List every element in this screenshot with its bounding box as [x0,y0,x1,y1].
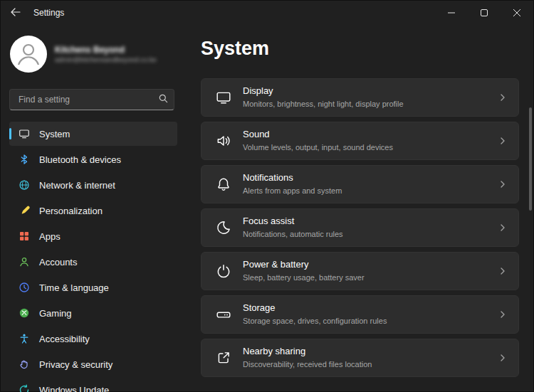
card-subtitle: Volume levels, output, input, sound devi… [243,142,393,152]
minimize-icon [448,6,455,19]
chevron-right-icon [498,180,507,189]
sidebar-item-privacy-security[interactable]: Privacy & security [9,352,177,376]
sidebar-item-label: Personalization [39,206,103,216]
sidebar-item-bluetooth-devices[interactable]: Bluetooth & devices [9,147,177,171]
card-title: Display [243,85,404,97]
chevron-right-icon [498,137,507,145]
settings-card-storage[interactable]: Storage Storage space, drives, configura… [201,295,519,334]
sidebar-item-label: Network & internet [39,180,115,191]
hand-icon [19,359,30,370]
sidebar: Kitchens Beyond admin@kitchensandbeyond.… [1,25,186,391]
settings-window: Settings Kitchens Beyond [0,0,534,392]
display-icon [216,90,231,105]
card-subtitle: Storage space, drives, configuration rul… [243,316,387,326]
card-title: Notifications [243,172,342,184]
sidebar-nav: System Bluetooth & devices Network & int… [1,122,186,392]
back-arrow-icon [11,6,21,19]
card-subtitle: Monitors, brightness, night light, displ… [243,99,404,109]
bluetooth-icon [19,154,30,165]
close-icon [513,6,520,19]
update-arrows-icon [19,384,30,392]
minimize-button[interactable] [435,1,468,25]
brush-icon [19,205,30,216]
settings-card-nearby-sharing[interactable]: Nearby sharing Discoverability, received… [201,339,519,377]
sidebar-item-label: Privacy & security [39,359,112,370]
card-title: Focus assist [243,216,343,228]
sidebar-item-personalization[interactable]: Personalization [9,198,177,223]
monitor-icon [19,128,30,139]
settings-card-power-battery[interactable]: Power & battery Sleep, battery usage, ba… [201,252,519,290]
close-button[interactable] [501,1,533,25]
sidebar-item-label: Apps [39,231,61,242]
sidebar-item-label: Time & language [39,282,109,293]
card-title: Storage [243,302,387,314]
sidebar-item-label: System [39,129,70,139]
settings-card-sound[interactable]: Sound Volume levels, output, input, soun… [201,122,519,160]
chevron-right-icon [498,93,507,102]
speaker-icon [216,133,231,149]
maximize-button[interactable] [468,1,501,25]
user-name: Kitchens Beyond [55,45,157,55]
sidebar-item-accounts[interactable]: Accounts [9,250,177,274]
sidebar-item-label: Windows Update [39,385,109,392]
user-account-card[interactable]: Kitchens Beyond admin@kitchensandbeyond.… [9,35,157,73]
sidebar-item-network-internet[interactable]: Network & internet [9,173,177,197]
power-icon [216,263,231,279]
titlebar: Settings [1,1,533,25]
globe-icon [19,179,30,191]
card-subtitle: Alerts from apps and system [243,186,342,196]
page-title: System [201,38,519,60]
card-subtitle: Sleep, battery usage, battery saver [243,272,365,282]
clock-icon [19,282,30,293]
sidebar-item-system[interactable]: System [9,122,177,146]
avatar [9,35,48,73]
moon-icon [216,220,231,235]
accessibility-icon [19,333,30,344]
settings-card-notifications[interactable]: Notifications Alerts from apps and syste… [201,165,519,203]
share-icon [216,350,231,366]
apps-grid-icon [19,231,30,242]
card-title: Power & battery [243,259,365,271]
sidebar-item-accessibility[interactable]: Accessibility [9,327,177,351]
chevron-right-icon [498,223,507,232]
window-controls [435,1,533,25]
sidebar-item-time-language[interactable]: Time & language [9,275,177,300]
chevron-right-icon [498,354,507,362]
window-title: Settings [33,8,64,18]
search-box [9,89,174,110]
storage-drive-icon [216,307,231,322]
maximize-icon [481,6,488,19]
bell-icon [216,176,231,192]
sidebar-item-label: Gaming [39,308,72,319]
person-icon [19,256,30,267]
settings-card-display[interactable]: Display Monitors, brightness, night ligh… [201,78,519,117]
search-input[interactable] [17,94,159,105]
back-button[interactable] [1,1,31,25]
main-content: System Display Monitors, brightness, nig… [201,32,519,382]
card-title: Sound [243,129,393,141]
sidebar-item-gaming[interactable]: Gaming [9,301,177,325]
sidebar-item-label: Bluetooth & devices [39,154,121,165]
settings-card-focus-assist[interactable]: Focus assist Notifications, automatic ru… [201,208,519,247]
xbox-icon [19,307,30,319]
vertical-scrollbar[interactable] [529,107,532,211]
chevron-right-icon [498,310,507,319]
chevron-right-icon [498,267,507,275]
sidebar-item-apps[interactable]: Apps [9,224,177,248]
sidebar-item-windows-update[interactable]: Windows Update [9,378,177,392]
card-title: Nearby sharing [243,346,372,358]
search-icon [159,93,168,106]
sidebar-item-label: Accounts [39,257,77,267]
user-email: admin@kitchensandbeyond.co.ke [55,55,157,64]
card-subtitle: Notifications, automatic rules [243,229,343,239]
card-subtitle: Discoverability, received files location [243,359,372,369]
sidebar-item-label: Accessibility [39,334,90,344]
